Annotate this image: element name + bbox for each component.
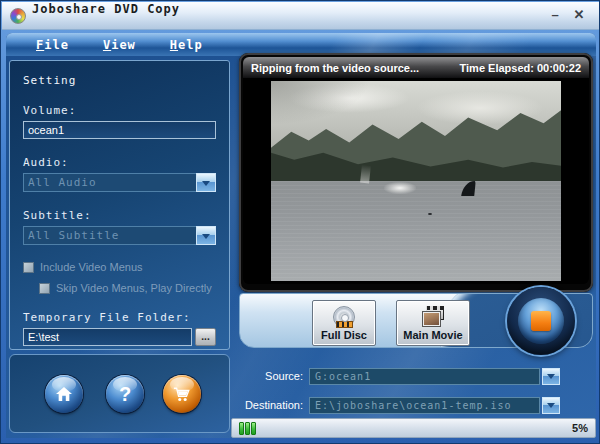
- skip-menus-label: Skip Video Menus, Play Directly: [56, 282, 212, 294]
- menu-view-mnemonic: V: [103, 38, 111, 52]
- shopping-cart-icon: [173, 386, 191, 403]
- subtitle-dropdown[interactable]: All Subtitle: [23, 226, 216, 245]
- question-mark-icon: ?: [119, 383, 131, 406]
- temp-folder-label: Temporary File Folder:: [23, 311, 216, 324]
- close-button[interactable]: ✕: [568, 5, 590, 25]
- browse-button[interactable]: ...: [195, 328, 216, 346]
- minimize-button[interactable]: –: [544, 5, 566, 25]
- help-button[interactable]: ?: [106, 375, 144, 413]
- menu-item-view[interactable]: View: [103, 38, 136, 52]
- volume-input[interactable]: [23, 121, 216, 139]
- menu-item-help[interactable]: Help: [170, 38, 203, 52]
- progress-block: [245, 422, 250, 435]
- stop-icon: [531, 311, 551, 331]
- menu-item-file[interactable]: File: [36, 38, 69, 52]
- video-status-bar: Ripping from the video source... Time El…: [243, 57, 589, 78]
- nav-panel: ?: [9, 354, 230, 433]
- audio-label: Audio:: [23, 156, 216, 169]
- movie-frames-icon: [420, 306, 446, 328]
- full-disc-label: Full Disc: [321, 329, 367, 341]
- whale-spout-mist: [360, 165, 371, 184]
- source-value: G:ocean1: [309, 368, 540, 385]
- title-bar: Joboshare DVD Copy – ✕: [2, 2, 600, 30]
- settings-title: Setting: [23, 74, 216, 87]
- progress-indicator: [239, 422, 256, 435]
- menu-help-rest: elp: [178, 38, 203, 52]
- home-icon: [55, 386, 73, 402]
- destination-label: Destination:: [239, 399, 309, 411]
- temp-folder-row: ...: [23, 328, 216, 346]
- subtitle-dropdown-value: All Subtitle: [23, 226, 196, 245]
- whale-splash: [384, 182, 416, 194]
- film-strip-icon: [336, 321, 353, 328]
- film-frame-front: [422, 311, 441, 327]
- menu-view-rest: iew: [111, 38, 136, 52]
- progress-block: [239, 422, 244, 435]
- volume-label: Volume:: [23, 104, 216, 117]
- skip-menus-checkbox[interactable]: [39, 283, 50, 294]
- stop-button-inner: [518, 298, 564, 344]
- skip-menus-row: Skip Video Menus, Play Directly: [39, 282, 216, 294]
- main-movie-button[interactable]: Main Movie: [396, 300, 470, 346]
- window-title: Joboshare DVD Copy: [32, 2, 180, 16]
- disc-icon: [333, 306, 355, 328]
- floating-object: [428, 213, 432, 215]
- menu-file-mnemonic: F: [36, 38, 44, 52]
- subtitle-label: Subtitle:: [23, 209, 216, 222]
- ripping-status-text: Ripping from the video source...: [251, 62, 419, 74]
- video-display-area: [243, 78, 589, 284]
- ocean-water: [271, 181, 561, 281]
- audio-dropdown-arrow-icon[interactable]: [196, 173, 216, 192]
- main-movie-label: Main Movie: [403, 329, 462, 341]
- temp-folder-input[interactable]: [23, 328, 192, 346]
- audio-dropdown[interactable]: All Audio: [23, 173, 216, 192]
- progress-block: [251, 422, 256, 435]
- home-button[interactable]: [45, 375, 83, 413]
- progress-percent: 5%: [572, 422, 588, 434]
- source-row: Source: G:ocean1: [239, 367, 593, 385]
- progress-status-bar: 5%: [231, 418, 596, 438]
- time-elapsed-text: Time Elapsed: 00:00:22: [460, 62, 581, 74]
- destination-dropdown-arrow-icon[interactable]: [542, 397, 560, 414]
- cloud-shadow: [271, 81, 370, 125]
- include-menus-label: Include Video Menus: [40, 261, 143, 273]
- settings-panel: Setting Volume: Audio: All Audio Subtitl…: [9, 60, 230, 350]
- menu-help-mnemonic: H: [170, 38, 178, 52]
- full-disc-button[interactable]: Full Disc: [312, 300, 376, 346]
- destination-value: E:\joboshare\ocean1-temp.iso: [309, 397, 540, 414]
- destination-row: Destination: E:\joboshare\ocean1-temp.is…: [239, 396, 593, 414]
- source-label: Source:: [239, 370, 309, 382]
- buy-button[interactable]: [163, 375, 201, 413]
- app-logo-icon: [10, 8, 26, 24]
- include-menus-checkbox[interactable]: [23, 262, 34, 273]
- stop-button[interactable]: [507, 287, 575, 355]
- app-window: Joboshare DVD Copy – ✕ File View Help Se…: [0, 0, 600, 444]
- include-menus-row: Include Video Menus: [23, 261, 216, 273]
- audio-dropdown-value: All Audio: [23, 173, 196, 192]
- menu-file-rest: ile: [44, 38, 69, 52]
- source-dropdown-arrow-icon[interactable]: [542, 368, 560, 385]
- video-frame: [271, 81, 561, 281]
- video-preview-panel: Ripping from the video source... Time El…: [239, 53, 593, 292]
- subtitle-dropdown-arrow-icon[interactable]: [196, 226, 216, 245]
